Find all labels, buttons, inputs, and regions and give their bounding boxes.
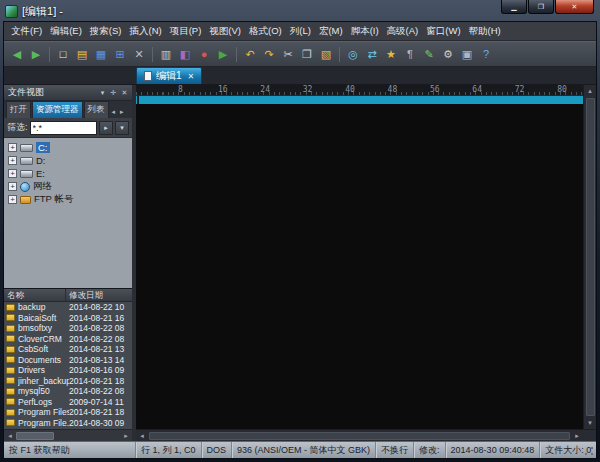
file-row[interactable]: CsbSoft2014-08-21 13 xyxy=(4,344,132,355)
run-script-button[interactable]: ✎ xyxy=(420,45,438,63)
filter-input[interactable] xyxy=(30,121,97,135)
menu-item-file[interactable]: 文件(F) xyxy=(7,23,46,40)
file-name: jinher_backup xyxy=(18,376,69,386)
run-script-icon: ✎ xyxy=(424,49,433,60)
title-bar[interactable]: [编辑1] - ▁❐✕ xyxy=(3,0,597,21)
menu-item-project[interactable]: 项目(P) xyxy=(166,23,206,40)
expand-icon[interactable]: + xyxy=(8,169,17,178)
help-button[interactable]: ? xyxy=(477,45,495,63)
tab-close-icon[interactable]: ✕ xyxy=(188,72,195,81)
file-date: 2014-08-21 18 xyxy=(69,407,132,417)
menu-item-format[interactable]: 格式(O) xyxy=(245,23,286,40)
tree-item-c-drive[interactable]: +C: xyxy=(4,141,132,154)
save-all-button[interactable]: ⊞ xyxy=(111,45,129,63)
expand-icon[interactable]: + xyxy=(8,143,17,152)
menu-item-script[interactable]: 脚本(I) xyxy=(347,23,383,40)
maximize-button[interactable]: ❐ xyxy=(528,0,554,14)
word-wrap-button[interactable]: ¶ xyxy=(401,45,419,63)
file-row[interactable]: CloverCRM2014-08-22 08 xyxy=(4,334,132,345)
resize-grip[interactable] xyxy=(583,445,595,457)
find-button[interactable]: ◎ xyxy=(344,45,362,63)
scroll-left-icon[interactable]: ◂ xyxy=(4,430,16,442)
panel-pin-icon[interactable]: ✛ xyxy=(108,89,119,97)
scroll-right-icon[interactable]: ▸ xyxy=(571,430,583,442)
editor-vertical-scrollbar[interactable]: ▴ ▾ xyxy=(583,85,596,429)
folder-icon xyxy=(6,314,15,321)
panel-tab-list[interactable]: 列表 xyxy=(84,101,109,118)
editor-area: 8162432404856647280 ▴ ▾ ◂ xyxy=(136,85,596,441)
color-scheme-button[interactable]: ◧ xyxy=(176,45,194,63)
tree-item-d-drive[interactable]: +D: xyxy=(4,154,132,167)
tabs-scroll-right-icon[interactable]: ▸ xyxy=(118,106,126,118)
tree-item-ftp-accounts[interactable]: +FTP 帐号 xyxy=(4,193,132,206)
panel-scroll-thumb[interactable] xyxy=(16,432,54,440)
menu-item-macro[interactable]: 宏(M) xyxy=(315,23,347,40)
close-button[interactable]: ✕ xyxy=(555,0,594,14)
file-row[interactable]: BaicaiSoft2014-08-21 16 xyxy=(4,313,132,324)
tabs-scroll-left-icon[interactable]: ◂ xyxy=(110,106,118,118)
panel-menu-icon[interactable]: ▾ xyxy=(97,89,108,97)
replace-button[interactable]: ⇄ xyxy=(363,45,381,63)
file-row[interactable]: mysql502014-08-22 08 xyxy=(4,386,132,397)
print-button[interactable]: ▥ xyxy=(157,45,175,63)
column-header-date[interactable]: 修改日期 xyxy=(66,289,132,301)
forward-button[interactable]: ▶ xyxy=(27,45,45,63)
menu-item-insert[interactable]: 插入(N) xyxy=(125,23,165,40)
record-macro-button[interactable]: ● xyxy=(195,45,213,63)
scroll-down-icon[interactable]: ▾ xyxy=(584,417,597,429)
scroll-right-icon[interactable]: ▸ xyxy=(120,430,132,442)
file-row[interactable]: PerfLogs2009-07-14 11 xyxy=(4,397,132,408)
save-button[interactable]: ▦ xyxy=(92,45,110,63)
back-button[interactable]: ◀ xyxy=(8,45,26,63)
file-row[interactable]: Drivers2014-08-16 09 xyxy=(4,365,132,376)
scroll-left-icon[interactable]: ◂ xyxy=(136,430,148,442)
close-file-button[interactable]: ✕ xyxy=(130,45,148,63)
filter-menu-button[interactable]: ▾ xyxy=(115,121,129,135)
menu-item-advanced[interactable]: 高级(A) xyxy=(383,23,423,40)
file-date: 2014-08-21 13 xyxy=(69,344,132,354)
menu-item-edit[interactable]: 编辑(E) xyxy=(46,23,86,40)
text-editing-surface[interactable] xyxy=(136,104,583,429)
file-row[interactable]: jinher_backup2014-08-21 18 xyxy=(4,376,132,387)
tree-item-e-drive[interactable]: +E: xyxy=(4,167,132,180)
editor-horizontal-scrollbar[interactable]: ◂ ▸ xyxy=(136,430,583,441)
play-macro-button[interactable]: ▶ xyxy=(214,45,232,63)
paste-button[interactable]: ▧ xyxy=(317,45,335,63)
menu-item-column[interactable]: 列(L) xyxy=(286,23,315,40)
vertical-scroll-thumb[interactable] xyxy=(586,98,595,416)
menu-item-window[interactable]: 窗口(W) xyxy=(422,23,464,40)
open-file-button[interactable]: ▤ xyxy=(73,45,91,63)
new-file-button[interactable]: □ xyxy=(54,45,72,63)
tree-item-network[interactable]: +网络 xyxy=(4,180,132,193)
panel-horizontal-scrollbar[interactable]: ◂ ▸ xyxy=(4,429,132,441)
horizontal-scroll-thumb[interactable] xyxy=(149,432,570,440)
undo-button[interactable]: ↶ xyxy=(241,45,259,63)
status-modified-time: 2014-08-30 09:40:48 xyxy=(446,442,541,458)
expand-icon[interactable]: + xyxy=(8,195,17,204)
file-date: 2014-08-13 14 xyxy=(69,355,132,365)
file-row[interactable]: bmsoftxy2014-08-22 08 xyxy=(4,323,132,334)
copy-button[interactable]: ❐ xyxy=(298,45,316,63)
cut-button[interactable]: ✂ xyxy=(279,45,297,63)
expand-icon[interactable]: + xyxy=(8,182,17,191)
panel-close-icon[interactable]: ✕ xyxy=(119,89,130,97)
scroll-up-icon[interactable]: ▴ xyxy=(584,85,597,97)
menu-item-search[interactable]: 搜索(S) xyxy=(86,23,126,40)
column-header-name[interactable]: 名称 xyxy=(4,289,66,301)
panel-tab-open[interactable]: 打开 xyxy=(6,101,31,118)
minimize-button[interactable]: ▁ xyxy=(501,0,527,14)
file-row[interactable]: Program File...2014-08-30 09 xyxy=(4,418,132,429)
panel-tab-explorer[interactable]: 资源管理器 xyxy=(32,101,83,118)
redo-button[interactable]: ↷ xyxy=(260,45,278,63)
bookmark-button[interactable]: ★ xyxy=(382,45,400,63)
settings-button[interactable]: ⚙ xyxy=(439,45,457,63)
file-row[interactable]: Documents2014-08-13 14 xyxy=(4,355,132,366)
file-row[interactable]: backup2014-08-22 10 xyxy=(4,302,132,313)
menu-item-view[interactable]: 视图(V) xyxy=(205,23,245,40)
fullscreen-button[interactable]: ▣ xyxy=(458,45,476,63)
menu-item-help[interactable]: 帮助(H) xyxy=(465,23,505,40)
expand-icon[interactable]: + xyxy=(8,156,17,165)
file-row[interactable]: Program Files2014-08-21 18 xyxy=(4,407,132,418)
filter-apply-button[interactable]: ▸ xyxy=(99,121,113,135)
tab-edit1[interactable]: 编辑1 ✕ xyxy=(136,67,202,84)
